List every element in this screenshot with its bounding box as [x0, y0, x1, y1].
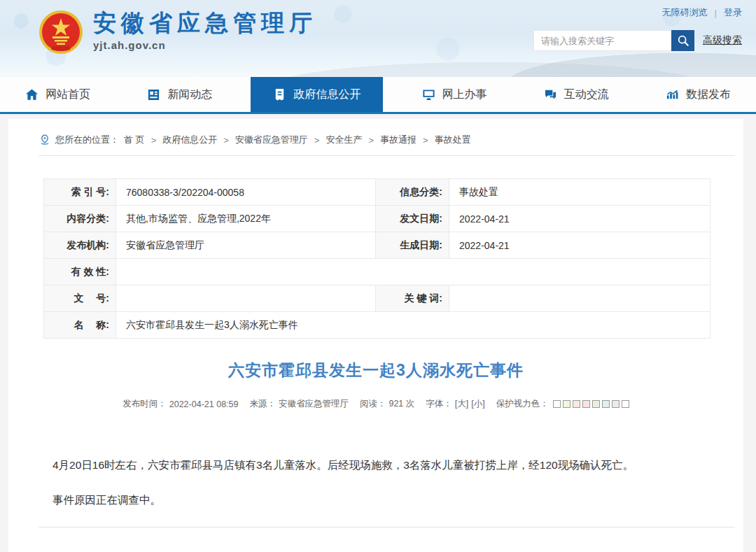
publish-time-value: 2022-04-21 08:59: [169, 399, 239, 409]
table-row: 文 号: 关 键 词:: [44, 285, 710, 312]
search-icon: [677, 34, 690, 47]
search-input[interactable]: [533, 30, 671, 51]
national-emblem-logo: [38, 10, 83, 55]
source-label: 来源：: [249, 398, 276, 410]
search-bar: 高级搜索: [533, 30, 742, 51]
article-paragraph: 事件原因正在调查中。: [52, 493, 729, 508]
article-meta: 发布时间：2022-04-21 08:59 来源：安徽省应急管理厅 阅读：921…: [8, 398, 743, 410]
views-label: 阅读：: [360, 398, 386, 410]
article-title: 六安市霍邱县发生一起3人溺水死亡事件: [8, 360, 743, 381]
info-category-label: 信息分类:: [376, 179, 449, 206]
font-smaller-button[interactable]: [小]: [471, 398, 484, 410]
login-link[interactable]: 登录: [724, 6, 742, 19]
article-bottom-divider: [38, 527, 735, 528]
validity-value: [116, 259, 710, 285]
eye-protect-label: 保护视力色：: [496, 398, 549, 410]
chart-icon: [666, 88, 679, 101]
publisher-label: 发布机构:: [44, 232, 116, 259]
content-category-value: 其他,市场监管、应急管理,2022年: [116, 206, 376, 232]
breadcrumb-separator: >: [368, 135, 374, 146]
site-brand[interactable]: 安徽省应急管理厅 yjt.ah.gov.cn: [38, 10, 317, 55]
eye-color-swatch[interactable]: [602, 400, 610, 408]
site-title: 安徽省应急管理厅: [93, 10, 317, 36]
search-button[interactable]: [671, 30, 694, 51]
breadcrumb-item-home[interactable]: 首 页: [124, 134, 145, 146]
breadcrumb-item-department[interactable]: 安徽省应急管理厅: [235, 134, 308, 146]
nav-item-label: 网上办事: [442, 87, 487, 102]
nav-item-data-release[interactable]: 数据发布: [648, 77, 749, 112]
validity-label: 有 效 性:: [44, 259, 116, 285]
breadcrumb-separator: >: [423, 135, 428, 146]
content-card: 您所在的位置： 首 页 > 政府信息公开 > 安徽省应急管理厅 > 安全生产 >…: [8, 119, 743, 552]
document-info-table: 索 引 号: 76080338-3/202204-00058 信息分类: 事故处…: [43, 178, 710, 339]
document-icon: [273, 88, 286, 101]
eye-color-swatch[interactable]: [592, 400, 600, 408]
font-size-label: 字体：: [426, 398, 452, 410]
breadcrumb-item-safety[interactable]: 安全生产: [326, 134, 362, 146]
main-nav: 网站首页 新闻动态 政府信息公开 网上办事 互动交流 数据发布: [0, 77, 756, 114]
table-row: 内容分类: 其他,市场监管、应急管理,2022年 发文日期: 2022-04-2…: [44, 206, 710, 232]
nav-item-news[interactable]: 新闻动态: [129, 77, 230, 112]
breadcrumb-separator: >: [151, 135, 157, 146]
eye-color-swatch[interactable]: [612, 400, 620, 408]
nav-item-gov-info[interactable]: 政府信息公开: [251, 77, 383, 112]
article-paragraph: 4月20日16时左右，六安市霍邱县马店镇有3名儿童落水。后经现场施救，3名落水儿…: [52, 458, 729, 473]
doc-number-label: 文 号:: [44, 285, 116, 312]
home-icon: [25, 88, 38, 101]
nav-item-label: 互动交流: [564, 87, 609, 102]
font-larger-button[interactable]: [大]: [455, 398, 468, 410]
index-number-label: 索 引 号:: [44, 179, 116, 206]
topbar: 无障碍浏览 | 登录: [662, 6, 742, 19]
breadcrumb-item-accident-report[interactable]: 事故通报: [380, 134, 416, 146]
nav-item-interaction[interactable]: 互动交流: [526, 77, 627, 112]
advanced-search-link[interactable]: 高级搜索: [703, 34, 742, 47]
nav-item-label: 新闻动态: [167, 87, 212, 102]
table-row: 有 效 性:: [44, 259, 710, 285]
article-content: 4月20日16时左右，六安市霍邱县马店镇有3名儿童落水。后经现场施救，3名落水儿…: [8, 458, 743, 507]
eye-color-swatch[interactable]: [582, 400, 590, 408]
source-value: 安徽省应急管理厅: [279, 398, 349, 410]
index-number-value: 76080338-3/202204-00058: [116, 179, 376, 206]
keywords-label: 关 键 词:: [376, 285, 449, 312]
nav-item-label: 政府信息公开: [293, 87, 360, 102]
keywords-value: [449, 285, 710, 312]
issue-date-value: 2022-04-21: [449, 206, 710, 232]
breadcrumb-divider: [38, 155, 735, 156]
breadcrumb-prefix: 您所在的位置：: [55, 134, 119, 146]
nav-item-label: 数据发布: [686, 87, 731, 102]
table-row: 索 引 号: 76080338-3/202204-00058 信息分类: 事故处…: [44, 179, 710, 206]
breadcrumb-item-gov-info[interactable]: 政府信息公开: [162, 134, 217, 146]
site-url: yjt.ah.gov.cn: [93, 39, 317, 51]
eye-color-swatch[interactable]: [563, 400, 570, 408]
create-date-label: 生成日期:: [376, 232, 449, 259]
name-value: 六安市霍邱县发生一起3人溺水死亡事件: [116, 312, 710, 339]
nav-item-online-services[interactable]: 网上办事: [404, 77, 505, 112]
create-date-value: 2022-04-21: [449, 232, 710, 259]
monitor-icon: [422, 88, 435, 101]
info-category-value: 事故处置: [449, 179, 710, 206]
page-body: 您所在的位置： 首 页 > 政府信息公开 > 安徽省应急管理厅 > 安全生产 >…: [0, 114, 756, 552]
breadcrumb-separator: >: [314, 135, 320, 146]
topbar-separator: |: [715, 8, 717, 18]
publisher-value: 安徽省应急管理厅: [116, 232, 376, 259]
nav-item-label: 网站首页: [46, 87, 90, 102]
issue-date-label: 发文日期:: [376, 206, 449, 232]
table-row: 发布机构: 安徽省应急管理厅 生成日期: 2022-04-21: [44, 232, 710, 259]
eye-color-swatch[interactable]: [622, 400, 629, 408]
name-label: 名 称:: [44, 312, 116, 339]
accessibility-link[interactable]: 无障碍浏览: [662, 6, 708, 19]
location-pin-icon: [39, 134, 50, 146]
chat-icon: [544, 88, 557, 101]
content-category-label: 内容分类:: [44, 206, 116, 232]
doc-number-value: [116, 285, 376, 312]
eye-color-swatch[interactable]: [573, 400, 580, 408]
eye-protect-swatches: [553, 400, 629, 408]
table-row: 名 称: 六安市霍邱县发生一起3人溺水死亡事件: [44, 312, 710, 339]
breadcrumb: 您所在的位置： 首 页 > 政府信息公开 > 安徽省应急管理厅 > 安全生产 >…: [8, 119, 743, 155]
nav-item-home[interactable]: 网站首页: [7, 77, 108, 112]
views-value: 921 次: [388, 398, 414, 410]
breadcrumb-item-accident-handling[interactable]: 事故处置: [435, 134, 471, 146]
eye-color-swatch[interactable]: [553, 400, 561, 408]
site-header: 安徽省应急管理厅 yjt.ah.gov.cn 无障碍浏览 | 登录 高级搜索: [0, 0, 756, 77]
breadcrumb-separator: >: [223, 135, 229, 146]
